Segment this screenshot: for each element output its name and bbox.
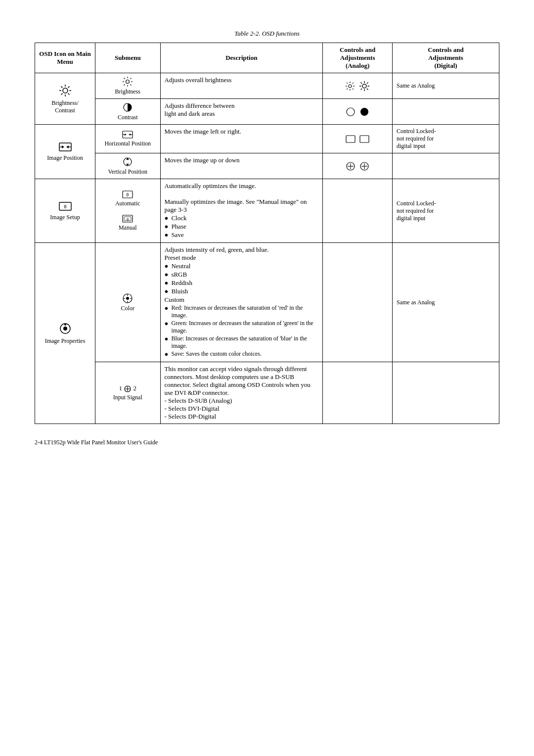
horiz-pos-digital: Control Locked-not required fordigital i… xyxy=(393,125,499,153)
svg-line-15 xyxy=(131,84,132,85)
table-title: Table 2-2. OSD functions xyxy=(35,30,499,38)
header-col5: Controls and Adjustments (Digital) xyxy=(393,43,499,73)
svg-rect-49 xyxy=(346,136,355,142)
svg-line-8 xyxy=(61,93,62,94)
svg-marker-48 xyxy=(129,134,131,136)
brightness-analog xyxy=(323,73,393,99)
svg-text:0: 0 xyxy=(64,204,66,209)
image-setup-analog xyxy=(323,179,393,243)
contrast-sub-label: Contrast xyxy=(118,114,138,121)
image-setup-digital: Control Locked-not required fordigital i… xyxy=(393,179,499,243)
automatic-sub-icon: 0 xyxy=(122,190,133,199)
vert-pos-digital xyxy=(393,153,499,179)
brightness-submenu: Brightness xyxy=(95,73,160,99)
osd-functions-table: OSD Icon on Main Menu Submenu Descriptio… xyxy=(35,43,499,424)
svg-line-25 xyxy=(353,83,354,84)
image-position-label: Image Position xyxy=(47,154,83,162)
image-setup-desc: Automatically optimizes the image. Manua… xyxy=(160,179,323,243)
svg-line-26 xyxy=(347,88,348,89)
svg-marker-43 xyxy=(66,145,69,148)
horiz-pos-analog-left-icon xyxy=(346,135,356,143)
table-row: Image Position Horizontal Position Moves… xyxy=(35,125,499,153)
horiz-pos-sub-label: Horizontal Position xyxy=(104,140,151,147)
svg-point-71 xyxy=(64,324,66,326)
color-sub-label: Color xyxy=(121,305,134,312)
horiz-pos-sub-icon xyxy=(122,130,133,139)
svg-point-18 xyxy=(349,85,352,88)
contrast-digital xyxy=(393,99,499,125)
vert-pos-analog-up-icon xyxy=(346,161,356,171)
input-signal-sub-label: Input Signal xyxy=(113,394,142,401)
manual-sub-label: Manual xyxy=(119,224,137,232)
horiz-pos-analog-right-icon xyxy=(359,135,369,143)
table-row: Vertical Position Moves the image up or … xyxy=(35,153,499,179)
brightness-main-icon xyxy=(58,84,72,97)
svg-text:0: 0 xyxy=(127,218,129,222)
svg-line-34 xyxy=(367,82,368,84)
svg-line-14 xyxy=(124,78,125,79)
svg-point-0 xyxy=(63,88,68,93)
input-signal-desc: This monitor can accept video signals th… xyxy=(160,362,323,424)
image-setup-main-icon: 0 xyxy=(58,201,72,212)
header-col3: Description xyxy=(160,43,323,73)
vert-pos-desc: Moves the image up or down xyxy=(160,153,323,179)
brightness-sub-label: Brightness xyxy=(115,88,140,95)
color-submenu: Color xyxy=(95,243,160,362)
image-setup-icon-cell: 0 Image Setup xyxy=(35,179,95,243)
automatic-sub-label: Automatic xyxy=(115,200,140,207)
brightness-desc: Adjusts overall brightness xyxy=(160,73,323,99)
svg-line-16 xyxy=(131,78,132,79)
contrast-desc: Adjusts difference betweenlight and dark… xyxy=(160,99,323,125)
color-analog xyxy=(323,243,393,362)
input-signal-analog xyxy=(323,362,393,424)
horiz-pos-analog xyxy=(323,125,393,153)
image-properties-main-icon xyxy=(58,322,72,335)
vert-pos-sub-icon xyxy=(122,156,133,167)
vert-pos-analog-down-icon xyxy=(359,161,369,171)
svg-rect-50 xyxy=(360,136,369,142)
input-signal-sub-icon xyxy=(124,385,132,393)
svg-line-23 xyxy=(347,83,348,84)
page-footer: 2-4 LT1952p Wide Flat Panel Monitor User… xyxy=(35,439,499,446)
header-col1: OSD Icon on Main Menu xyxy=(35,43,95,73)
svg-point-37 xyxy=(347,108,355,116)
manual-sub-icon: 0 xyxy=(122,214,133,223)
header-col4: Controls and Adjustments (Analog) xyxy=(323,43,393,73)
svg-point-70 xyxy=(63,327,67,331)
vert-pos-sub-label: Vertical Position xyxy=(108,168,147,176)
color-digital: Same as Analog xyxy=(393,243,499,362)
image-position-main-icon xyxy=(58,142,72,152)
brightness-analog-high-icon xyxy=(359,81,370,92)
svg-point-73 xyxy=(126,297,129,300)
table-row: Brightness/Contrast xyxy=(35,73,499,99)
svg-text:0: 0 xyxy=(127,193,129,197)
header-col2: Submenu xyxy=(95,43,160,73)
contrast-analog xyxy=(323,99,393,125)
brightness-contrast-icon-cell: Brightness/Contrast xyxy=(35,73,95,125)
vert-pos-analog xyxy=(323,153,393,179)
svg-line-6 xyxy=(68,93,69,94)
brightness-digital: Same as Analog xyxy=(393,73,499,99)
color-desc: Adjusts intensity of red, green, and blu… xyxy=(160,243,323,362)
svg-line-35 xyxy=(361,89,362,90)
contrast-analog-low-icon xyxy=(346,107,356,117)
table-row: Image Properties Color Adju xyxy=(35,243,499,362)
image-position-icon-cell: Image Position xyxy=(35,125,95,179)
svg-line-24 xyxy=(353,88,354,89)
svg-marker-41 xyxy=(62,145,64,148)
image-properties-label: Image Properties xyxy=(45,337,86,345)
table-row: 0 Image Setup 0 Automatic xyxy=(35,179,499,243)
image-setup-submenu: 0 Automatic 0 Manual xyxy=(95,179,160,243)
image-properties-icon-cell: Image Properties xyxy=(35,243,95,424)
brightness-contrast-label: Brightness/Contrast xyxy=(51,99,79,114)
image-setup-label: Image Setup xyxy=(50,214,80,221)
color-sub-icon xyxy=(122,293,133,304)
svg-line-32 xyxy=(361,82,362,84)
svg-line-17 xyxy=(124,84,125,85)
vert-pos-submenu: Vertical Position xyxy=(95,153,160,179)
horiz-pos-submenu: Horizontal Position xyxy=(95,125,160,153)
input-signal-digital xyxy=(393,362,499,424)
table-row: 1 2 Input Signal This monitor can accept… xyxy=(35,362,499,424)
brightness-sub-icon xyxy=(122,76,133,87)
svg-marker-46 xyxy=(125,134,127,136)
